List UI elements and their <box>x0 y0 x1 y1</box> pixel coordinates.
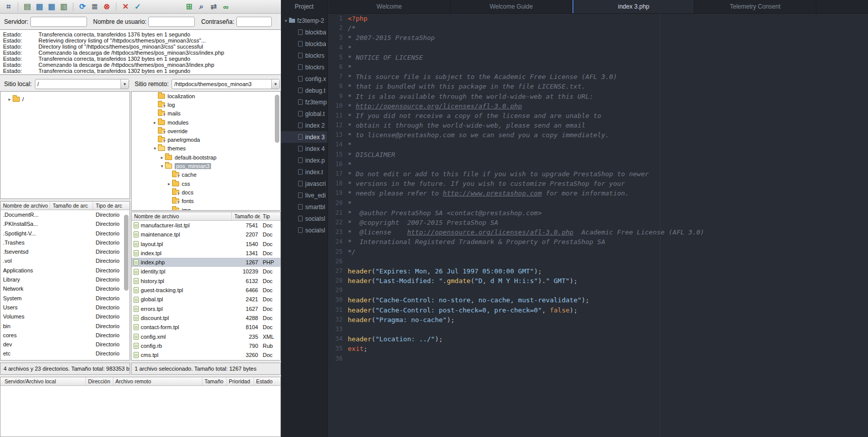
project-file-item[interactable]: index 2 <box>281 120 327 131</box>
scrollbar-thumb[interactable] <box>124 215 129 291</box>
code-line[interactable]: * to license@prestashop.com so we can se… <box>348 130 868 140</box>
queue-column-header[interactable]: Dirección <box>86 377 110 385</box>
remote-tree-item[interactable]: ▸css <box>132 179 280 188</box>
username-input[interactable] <box>148 17 195 27</box>
site-manager-icon[interactable]: ⌗ <box>3 1 15 12</box>
file-row[interactable]: global.tpl2421Doc <box>132 295 280 304</box>
file-row[interactable]: .Spotlight-V...Directorio <box>1 229 130 238</box>
file-row[interactable]: history.tpl6132Doc <box>132 276 280 286</box>
cancel-icon[interactable]: ⊗ <box>101 1 113 12</box>
code-line[interactable] <box>348 257 868 266</box>
status-log[interactable]: Estado:Transferencia correcta, transferi… <box>0 29 281 75</box>
project-file-item[interactable]: index.p <box>281 154 327 166</box>
file-row[interactable]: config.xml235XML <box>132 332 280 341</box>
project-header[interactable]: Project <box>281 0 327 14</box>
chevron-down-icon[interactable]: ▼ <box>120 80 129 89</box>
file-row[interactable]: coresDirectorio <box>1 331 130 340</box>
local-site-combo[interactable]: / ▼ <box>35 79 129 89</box>
code-line[interactable]: header("Location: ../"); <box>348 334 868 344</box>
tree-chevron-icon[interactable]: ▸ <box>7 97 13 102</box>
project-file-item[interactable]: debug.t <box>281 85 327 96</box>
project-file-item[interactable]: blockba <box>281 26 327 38</box>
code-line[interactable]: header("Pragma: no-cache"); <box>348 315 868 325</box>
file-row[interactable]: manufacturer-list.tpl7541Doc <box>132 221 280 230</box>
code-line[interactable]: * @license http://opensource.org/license… <box>348 227 868 237</box>
file-row[interactable]: UsersDirectorio <box>1 303 130 312</box>
code-line[interactable]: * <box>348 140 868 149</box>
password-input[interactable] <box>236 17 272 27</box>
code-line[interactable]: * 2007-2015 PrestaShop <box>348 33 868 43</box>
chevron-down-icon[interactable]: ▾ <box>283 18 289 23</box>
compare-icon[interactable]: ⌕ <box>195 1 208 12</box>
code-line[interactable]: */ <box>348 247 868 257</box>
queue-column-header[interactable]: Servidor/Archivo local <box>3 377 56 385</box>
project-file-item[interactable]: blockba <box>281 38 327 50</box>
file-row[interactable]: NetworkDirectorio <box>1 284 130 293</box>
remote-tree-item[interactable]: ?panelrgmoda <box>132 135 280 144</box>
code-line[interactable]: * <box>348 160 868 169</box>
project-file-item[interactable]: index.t <box>281 166 327 178</box>
scrollbar-thumb[interactable] <box>275 95 279 143</box>
remote-tree-item[interactable]: localization <box>132 92 280 100</box>
transfer-queue-icon[interactable]: ▥ <box>58 1 70 12</box>
remote-tree-item[interactable]: ?mails <box>132 109 280 118</box>
code-line[interactable] <box>348 325 868 334</box>
code-line[interactable]: <?php <box>348 14 868 23</box>
remote-tree[interactable]: localization?log?mails▸modules?override?… <box>131 91 281 211</box>
file-row[interactable]: .volDirectorio <box>1 256 130 265</box>
project-file-item[interactable]: socialsl <box>281 213 327 224</box>
code-line[interactable]: header("Cache-Control: post-check=0, pre… <box>348 305 868 315</box>
code-line[interactable]: * NOTICE OF LICENSE <box>348 53 868 62</box>
tab-welcome-guide[interactable]: Welcome Guide <box>450 0 572 13</box>
code-line[interactable]: * <box>348 62 868 72</box>
remote-file-list[interactable]: Nombre de archivoTamaño de arTip manufac… <box>131 212 281 361</box>
remote-tree-item[interactable]: ▾pos_minoan3 <box>132 162 280 170</box>
file-row[interactable]: SystemDirectorio <box>1 294 130 303</box>
code-line[interactable]: * versions in the future. If you wish to… <box>348 179 868 188</box>
file-row[interactable]: binDirectorio <box>1 322 130 331</box>
file-row[interactable]: .TrashesDirectorio <box>1 238 130 247</box>
code-line[interactable]: * Do not edit or add to this file if you… <box>348 169 868 179</box>
remote-tree-item[interactable]: ?img <box>132 206 280 211</box>
column-header[interactable]: Tamaño de ar <box>232 212 260 220</box>
queue-column-header[interactable]: Tamaño <box>202 377 223 385</box>
code-line[interactable]: header("Expires: Mon, 26 Jul 1997 05:00:… <box>348 266 868 276</box>
project-file-item[interactable]: global.t <box>281 108 327 120</box>
remote-tree-item[interactable]: ?override <box>132 127 280 135</box>
file-row[interactable]: contact-form.tpl8104Doc <box>132 323 280 332</box>
project-file-item[interactable]: live_edi <box>281 189 327 201</box>
file-row[interactable]: cms.tpl3260Doc <box>132 350 280 360</box>
file-row[interactable]: errors.tpl1627Doc <box>132 304 280 313</box>
listing-filter-icon[interactable]: ⊞ <box>183 1 195 12</box>
file-row[interactable]: .PKInstallSa...Directorio <box>1 219 130 228</box>
code-line[interactable]: exit; <box>348 344 868 353</box>
code-line[interactable]: * http://opensource.org/licenses/afl-3.0… <box>348 101 868 111</box>
chevron-down-icon[interactable]: ▾ <box>159 164 165 169</box>
server-input[interactable] <box>30 17 87 27</box>
remote-tree-item[interactable]: ▾themes <box>132 144 280 153</box>
message-log-icon[interactable]: ▤ <box>21 1 33 12</box>
local-tree[interactable]: ▸/ <box>0 91 130 199</box>
file-row[interactable]: config.rb790Rub <box>132 341 280 350</box>
project-folder-item[interactable]: ▾fz3temp-2 <box>281 15 327 26</box>
remote-site-combo[interactable]: /httpdocs/themes/pos_minoan3 ▼ <box>172 79 280 89</box>
tab-index-3-php[interactable]: index 3.php <box>572 0 694 13</box>
file-row[interactable]: LibraryDirectorio <box>1 275 130 284</box>
tab-welcome[interactable]: Welcome <box>328 0 450 13</box>
code-line[interactable]: /* <box>348 23 868 33</box>
queue-column-header[interactable]: Estado <box>254 377 273 385</box>
remote-tree-item[interactable]: ?cache <box>132 171 280 179</box>
code-line[interactable]: * @copyright 2007-2015 PrestaShop SA <box>348 218 868 227</box>
local-tree-icon[interactable]: ▦ <box>33 1 46 12</box>
local-file-list[interactable]: Nombre de archivo∧Tamaño de arcTipo de a… <box>0 201 130 361</box>
file-row[interactable]: identity.tpl10239Doc <box>132 267 280 276</box>
file-row[interactable]: .DocumentR...Directorio <box>1 210 130 219</box>
local-tree-item[interactable]: ▸/ <box>1 95 130 103</box>
refresh-icon[interactable]: ⟳ <box>76 1 89 12</box>
queue-column-header[interactable]: Prioridad <box>226 377 250 385</box>
code-line[interactable]: * This source file is subject to the Aca… <box>348 72 868 82</box>
reconnect-icon[interactable]: ✓ <box>132 1 144 12</box>
editor-pane[interactable]: 1234567891011121314151617181920212223242… <box>328 14 868 437</box>
file-row[interactable]: guest-tracking.tpl6466Doc <box>132 286 280 295</box>
code-line[interactable]: header("Cache-Control: no-store, no-cach… <box>348 295 868 305</box>
